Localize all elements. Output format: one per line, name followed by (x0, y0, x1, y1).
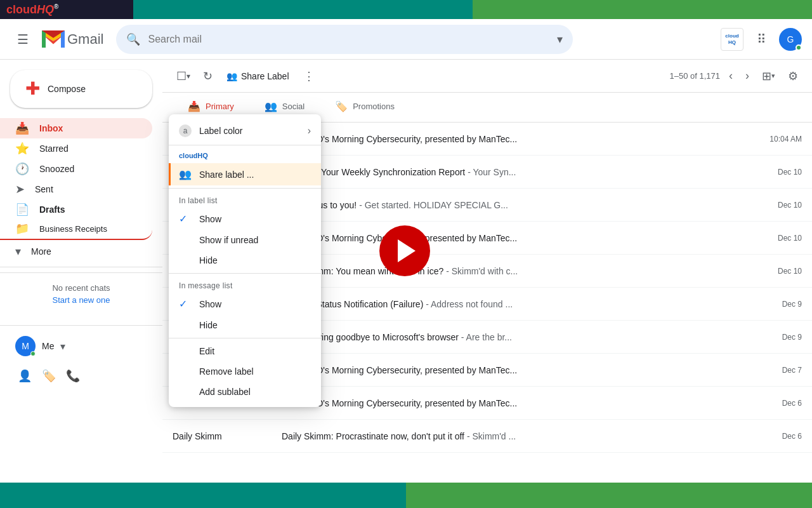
avatar-online-dot (796, 44, 802, 51)
refresh-button[interactable]: ↻ (199, 65, 216, 87)
settings-button[interactable]: ⚙ (784, 65, 802, 87)
promotions-tab-label: Promotions (353, 102, 395, 111)
compose-button[interactable]: ✚ Compose (10, 70, 152, 108)
send-icon: ➤ (15, 182, 25, 196)
banner-teal-section (133, 0, 473, 19)
hide-label-text: Hide (199, 255, 218, 265)
more-label: More (31, 246, 51, 257)
email-time: Dec 6 (751, 399, 802, 408)
user-avatar-header[interactable]: G (779, 28, 802, 51)
menu-item-edit[interactable]: Edit (169, 341, 321, 361)
refresh-icon: ↻ (203, 69, 213, 83)
banner-green-section (473, 0, 812, 19)
share-users-icon: 👥 (226, 71, 237, 81)
menu-item-share-label[interactable]: 👥 Share label ... (169, 163, 321, 185)
inbox-icon: 📥 (15, 121, 29, 135)
email-time: Dec 6 (751, 432, 802, 441)
menu-item-show-msg[interactable]: ✓ Show (169, 293, 321, 315)
next-page-button[interactable]: › (742, 65, 753, 86)
menu-divider-2 (169, 188, 321, 189)
table-row[interactable]: Daily Skimm Daily Skimm: Procrastinate n… (162, 420, 812, 453)
menu-divider-1 (169, 145, 321, 145)
user-section[interactable]: M Me ▾ (0, 331, 162, 361)
label-color-text: Label color (199, 126, 243, 136)
chevron-left-icon: ‹ (729, 69, 733, 83)
header-right: cloudHQ ⠿ G (721, 27, 802, 52)
search-input[interactable] (148, 34, 549, 45)
chat-section: No recent chats Start a new one (0, 272, 162, 315)
add-person-icon[interactable]: 👤 (15, 366, 34, 385)
menu-divider-4 (169, 338, 321, 338)
social-tab-icon: 👥 (265, 100, 277, 112)
select-all-button[interactable]: ☐ ▾ (173, 65, 194, 87)
email-subject: POLITICO's Morning Cybersecurity, presen… (282, 365, 743, 375)
share-label-button[interactable]: 👥 Share Label (221, 69, 294, 84)
email-subject: #179: Saying goodbye to Microsoft's brow… (282, 332, 743, 342)
context-menu: a Label color › cloudHQ 👥 Share label ..… (169, 114, 321, 407)
layout-icon: ⊞ (762, 69, 771, 83)
sidebar-item-snoozed[interactable]: 🕐 Snoozed (0, 159, 152, 179)
sidebar-item-sent[interactable]: ➤ Sent (0, 179, 152, 199)
email-subject: Delivery Status Notification (Failure) -… (282, 299, 743, 309)
more-options-button[interactable]: ⋮ (299, 65, 318, 87)
menu-item-hide-label[interactable]: Hide (169, 250, 321, 271)
in-message-list-header: In message list (169, 276, 321, 293)
search-dropdown-icon[interactable]: ▾ (557, 32, 563, 46)
compose-plus-icon: ✚ (25, 80, 40, 98)
email-subject: POLITICO's Morning Cybersecurity, presen… (282, 134, 743, 144)
in-label-list-header: In label list (169, 191, 321, 208)
sidebar-item-more[interactable]: ▾ More (0, 241, 152, 262)
search-bar: 🔍 ▾ (116, 25, 573, 54)
layout-button[interactable]: ⊞ ▾ (758, 65, 779, 87)
user-dropdown-icon: ▾ (60, 340, 65, 352)
phone-icon[interactable]: 📞 (63, 366, 82, 385)
business-receipts-label: Business Receipts (39, 224, 107, 234)
sticker-icon[interactable]: 🏷️ (39, 366, 58, 385)
gmail-logo: Gmail (42, 30, 103, 48)
menu-button[interactable]: ☰ (10, 27, 36, 52)
gmail-text: Gmail (67, 31, 103, 48)
email-time: Dec 10 (751, 201, 802, 210)
sidebar-divider (0, 267, 162, 267)
start-new-chat-link[interactable]: Start a new one (15, 295, 147, 305)
compose-label: Compose (48, 84, 86, 94)
email-time: Dec 10 (751, 168, 802, 177)
drafts-label: Drafts (39, 204, 65, 215)
sidebar-item-drafts[interactable]: 📄 Drafts (0, 199, 152, 220)
email-time: Dec 9 (751, 333, 802, 342)
email-subject: POLITICO's Morning Cybersecurity, presen… (282, 233, 743, 243)
sidebar-bottom-icons: 👤 🏷️ 📞 (0, 361, 162, 391)
menu-item-add-sublabel[interactable]: Add sublabel (169, 382, 321, 402)
menu-item-remove-label[interactable]: Remove label (169, 361, 321, 382)
share-label-menu-text: Share label ... (199, 170, 254, 180)
cloudhq-logo-area: cloudHQ® (0, 0, 133, 19)
email-time: Dec 9 (751, 300, 802, 309)
menu-item-show-label[interactable]: ✓ Show (169, 208, 321, 230)
sent-label: Sent (35, 184, 53, 194)
show-check-icon: ✓ (179, 213, 192, 225)
email-count: 1–50 of 1,171 (669, 71, 720, 81)
cloudhq-header-icon[interactable]: cloudHQ (721, 28, 743, 51)
select-dropdown-icon: ▾ (187, 72, 190, 81)
apps-button[interactable]: ⠿ (749, 27, 774, 52)
edit-text: Edit (199, 346, 214, 356)
user-avatar-sidebar: M (15, 336, 36, 356)
sidebar-item-business-receipts[interactable]: 📁 Business Receipts (0, 220, 152, 240)
menu-item-hide-msg[interactable]: Hide (169, 315, 321, 335)
sidebar-item-inbox[interactable]: 📥 Inbox (0, 118, 152, 138)
gmail-m-icon (42, 30, 65, 48)
prev-page-button[interactable]: ‹ (725, 65, 737, 86)
menu-item-label-color[interactable]: a Label color › (169, 119, 321, 142)
primary-tab-label: Primary (206, 102, 234, 111)
email-subject: cloudHQ: Your Weekly Synchronization Rep… (282, 167, 743, 177)
layout-dropdown-icon: ▾ (771, 72, 775, 80)
cloudhq-logo-label: cloudHQ (179, 152, 208, 159)
sidebar-item-starred[interactable]: ⭐ Starred (0, 138, 152, 159)
tab-promotions[interactable]: 🏷️ Promotions (320, 93, 410, 122)
user-online-dot (30, 351, 36, 356)
add-sublabel-text: Add sublabel (199, 387, 251, 397)
toolbar-right: 1–50 of 1,171 ‹ › ⊞ ▾ ⚙ (669, 65, 802, 87)
snoozed-label: Snoozed (39, 164, 74, 174)
video-play-button[interactable] (379, 225, 430, 276)
menu-item-show-if-unread[interactable]: Show if unread (169, 230, 321, 250)
